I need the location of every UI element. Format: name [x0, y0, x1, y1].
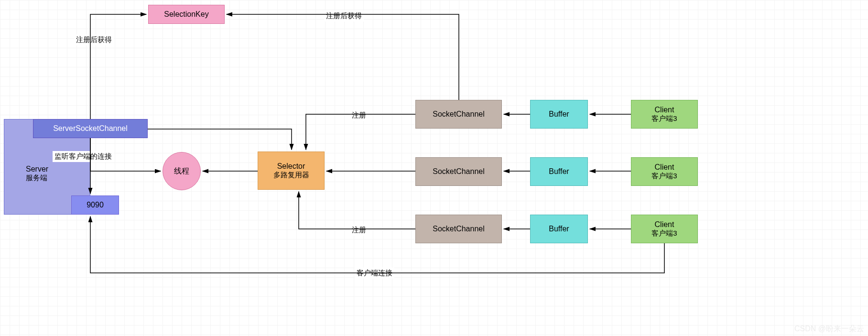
arrows-layer [0, 0, 868, 336]
